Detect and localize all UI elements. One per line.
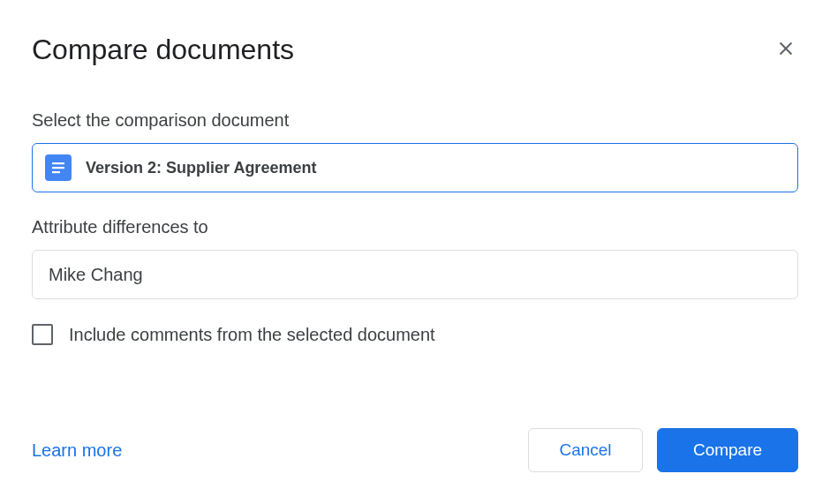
- selected-document-name: Version 2: Supplier Agreement: [86, 159, 316, 177]
- attribute-differences-label: Attribute differences to: [32, 217, 798, 237]
- svg-rect-3: [52, 167, 64, 169]
- svg-rect-4: [52, 171, 60, 173]
- close-icon: [776, 39, 796, 61]
- dialog-title: Compare documents: [32, 34, 294, 66]
- include-comments-checkbox-row[interactable]: Include comments from the selected docum…: [32, 324, 798, 345]
- comparison-document-label: Select the comparison document: [32, 110, 798, 131]
- attribute-differences-input[interactable]: [32, 250, 798, 299]
- svg-rect-2: [52, 162, 64, 164]
- comparison-document-selector[interactable]: Version 2: Supplier Agreement: [32, 143, 798, 192]
- google-docs-icon: [45, 154, 72, 181]
- compare-button[interactable]: Compare: [657, 428, 798, 472]
- close-button[interactable]: [773, 38, 798, 63]
- include-comments-label: Include comments from the selected docum…: [69, 325, 435, 345]
- include-comments-checkbox[interactable]: [32, 324, 53, 345]
- cancel-button[interactable]: Cancel: [528, 428, 643, 472]
- learn-more-link[interactable]: Learn more: [32, 440, 122, 461]
